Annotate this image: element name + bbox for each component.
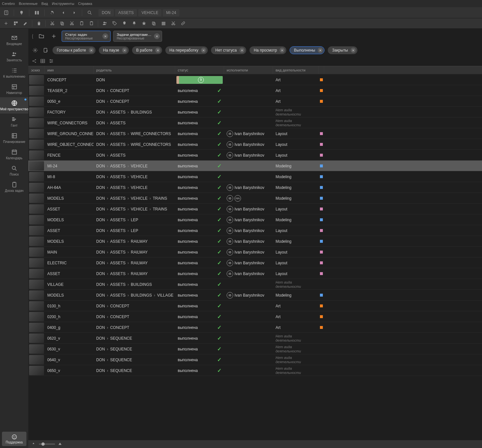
- table-row[interactable]: ELECTRICDON›ASSETS›RAILWAYвыполнена✓IBIv…: [28, 257, 482, 268]
- refresh-icon[interactable]: [48, 8, 56, 17]
- grid-icon[interactable]: [159, 20, 167, 27]
- table-row[interactable]: MODELSDON›ASSETS›VEHICLE›TRAINSвыполнена…: [28, 193, 482, 204]
- sidebar-item-0[interactable]: Входящие: [0, 32, 28, 48]
- sidebar-item-3[interactable]: Навигатор: [0, 81, 28, 97]
- chip-close-icon[interactable]: ✕: [239, 48, 245, 53]
- table-row[interactable]: 0620_vDON›SEQUENCEвыполнена✓Нет вида дея…: [28, 333, 482, 344]
- people-icon[interactable]: [101, 20, 109, 27]
- table-row[interactable]: WIRE_CONNECTORSDON›ASSETSвыполнена✓Нет в…: [28, 117, 482, 128]
- table-row[interactable]: CONCEPTDON9Art: [28, 74, 482, 85]
- cut2-icon[interactable]: [68, 20, 76, 27]
- menu-help[interactable]: Справка: [78, 2, 92, 6]
- sidebar-item-2[interactable]: К выполнению: [0, 65, 28, 81]
- search-icon[interactable]: [85, 8, 94, 17]
- status-tab-1[interactable]: Задачи департаме…Несортированные✕: [113, 31, 162, 42]
- breadcrumb-item-0[interactable]: DON: [98, 9, 114, 16]
- sidebar-item-7[interactable]: Календарь: [0, 146, 28, 162]
- filter-chip-4[interactable]: Нет статуса✕: [211, 46, 246, 54]
- chip-close-icon[interactable]: ✕: [122, 48, 127, 53]
- table-row[interactable]: VILLAGEDON›ASSETS›BUILDINGSвыполнена✓Нет…: [28, 279, 482, 290]
- table-row[interactable]: 0630_vDON›SEQUENCEвыполнена✓Нет вида дея…: [28, 344, 482, 354]
- share-icon[interactable]: [32, 58, 37, 65]
- sidebar-item-8[interactable]: Поиск: [0, 162, 28, 179]
- table-row[interactable]: ASSETDON›ASSETS›RAILWAYвыполнена✓IBIvan …: [28, 268, 482, 279]
- chip-close-icon[interactable]: ✕: [318, 48, 323, 53]
- table-row[interactable]: MODELSDON›ASSETS›BUILDINGS›VILLAGEвыполн…: [28, 290, 482, 301]
- filter-chip-3[interactable]: На переработку✕: [165, 46, 208, 54]
- notice-icon[interactable]: [2, 8, 10, 17]
- menu-universes[interactable]: Вселенные: [19, 2, 38, 6]
- bulb-icon[interactable]: [17, 8, 26, 17]
- sidebar-item-1[interactable]: Занятость: [0, 48, 28, 65]
- menu-tools[interactable]: Инструменты: [52, 2, 74, 6]
- collapse-icon[interactable]: ⟨: [32, 33, 33, 39]
- col-status[interactable]: статус: [175, 66, 224, 74]
- table-row[interactable]: MODELSDON›ASSETS›RAILWAYвыполнена✓IBIvan…: [28, 236, 482, 247]
- copy2-icon[interactable]: [150, 20, 158, 27]
- cut-icon[interactable]: [48, 20, 56, 27]
- sidebar-item-6[interactable]: Планирование: [0, 130, 28, 146]
- status-tab-0[interactable]: Статус задачНесортированные✕: [62, 31, 111, 42]
- paste2-icon[interactable]: [87, 20, 95, 27]
- table-row[interactable]: WIRE_GROUND_CONNECTORDON›ASSETS›WIRE_CON…: [28, 128, 482, 139]
- table-row[interactable]: MI-24DON›ASSETS›VEHICLEвыполнена✓Modelin…: [28, 161, 482, 171]
- table-row[interactable]: TEASER_2DON›CONCEPTвыполнена✓Art: [28, 85, 482, 96]
- col-parent[interactable]: родитель: [94, 66, 175, 74]
- chip-close-icon[interactable]: ✕: [351, 48, 356, 53]
- breadcrumb-item-1[interactable]: ASSETS: [115, 9, 137, 16]
- table-row[interactable]: 0050_eDON›CONCEPTвыполнена✓Art: [28, 96, 482, 107]
- filter-chip-0[interactable]: Готовы к работе✕: [53, 46, 96, 54]
- bell-icon[interactable]: [130, 20, 138, 27]
- menu-cerebro[interactable]: Cerebro: [2, 2, 15, 6]
- back-icon[interactable]: [59, 8, 68, 17]
- trash-icon[interactable]: [35, 20, 43, 27]
- filter-chip-2[interactable]: В работе✕: [132, 46, 162, 54]
- close-tab-icon[interactable]: ✕: [154, 33, 160, 39]
- table-row[interactable]: MI-8DON›ASSETS›VEHICLEвыполнена✓Modeling: [28, 171, 482, 182]
- tag-icon[interactable]: [111, 20, 118, 27]
- breadcrumb-item-3[interactable]: MI-24: [163, 9, 179, 16]
- table-row[interactable]: 0100_hDON›CONCEPTвыполнена✓Art: [28, 301, 482, 311]
- col-assignees[interactable]: исполнители: [224, 66, 273, 74]
- chip-close-icon[interactable]: ✕: [201, 48, 206, 53]
- breadcrumb-item-2[interactable]: VEHICLE: [138, 9, 161, 16]
- table-row[interactable]: FENCEDON›ASSETSвыполнена✓IBIvan Baryshni…: [28, 150, 482, 161]
- sidebar-item-5[interactable]: Гант: [0, 114, 28, 130]
- table-row[interactable]: AH-64ADON›ASSETS›VEHICLEвыполнена✓IBIvan…: [28, 182, 482, 193]
- chip-close-icon[interactable]: ✕: [155, 48, 160, 53]
- col-name[interactable]: имя: [45, 66, 94, 74]
- star-icon[interactable]: [140, 20, 148, 27]
- table-view-icon[interactable]: [40, 58, 45, 65]
- add-filter-icon[interactable]: [42, 47, 49, 54]
- filter-chip-7[interactable]: Закрыты✕: [328, 46, 357, 54]
- sidebar-item-4[interactable]: Моё пространство: [0, 97, 28, 114]
- table-row[interactable]: MAINDON›ASSETS›RAILWAYвыполнена✓IBIvan B…: [28, 247, 482, 257]
- table-row[interactable]: ASSETDON›ASSETS›LEPвыполнена✓IBIvan Bary…: [28, 225, 482, 236]
- filter-chip-5[interactable]: На просмотр✕: [249, 46, 286, 54]
- bulb2-icon[interactable]: [120, 20, 128, 27]
- table-row[interactable]: 0650_vDON›SEQUENCEвыполнена✓Нет вида дея…: [28, 365, 482, 376]
- add-tab-icon[interactable]: [49, 32, 58, 41]
- filter-chip-6[interactable]: Выполнены✕: [290, 46, 324, 54]
- menu-view[interactable]: Вид: [41, 2, 48, 6]
- chip-close-icon[interactable]: ✕: [89, 48, 94, 53]
- forward-icon[interactable]: [70, 8, 79, 17]
- table-row[interactable]: 0640_vDON›SEQUENCEвыполнена✓Нет вида дея…: [28, 354, 482, 365]
- filter-chip-1[interactable]: На паузе✕: [99, 46, 129, 54]
- close-tab-icon[interactable]: ✕: [102, 33, 108, 39]
- edit-icon[interactable]: [22, 20, 29, 27]
- support-button[interactable]: Поддержка: [2, 432, 26, 446]
- col-thumb[interactable]: эскиз: [28, 66, 45, 74]
- sidebar-item-9[interactable]: Доска задач: [0, 179, 28, 195]
- add-many-icon[interactable]: [12, 20, 20, 27]
- zoom-in-icon[interactable]: [58, 441, 62, 447]
- zoom-slider[interactable]: [39, 443, 55, 445]
- scissors-icon[interactable]: [169, 20, 177, 27]
- chip-close-icon[interactable]: ✕: [279, 48, 285, 53]
- table-row[interactable]: 0200_hDON›CONCEPTвыполнена✓Art: [28, 311, 482, 322]
- folder-icon[interactable]: [37, 32, 46, 41]
- link-icon[interactable]: [179, 20, 187, 27]
- table-row[interactable]: WIRE_OBJECT_CONNECTORDON›ASSETS›WIRE_CON…: [28, 139, 482, 150]
- copy-icon[interactable]: [58, 20, 66, 27]
- table-row[interactable]: FACTORYDON›ASSETS›BUILDINGSвыполнена✓Нет…: [28, 107, 482, 117]
